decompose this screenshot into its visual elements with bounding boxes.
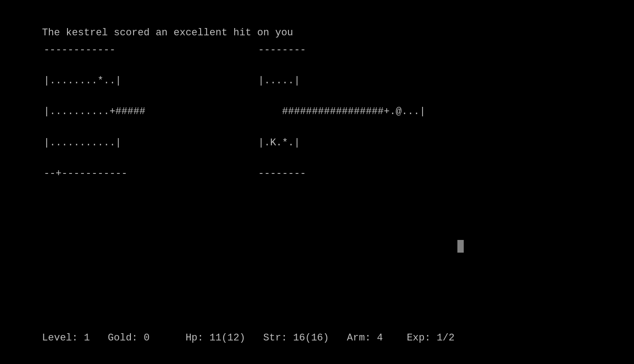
map-left-line2: |........*..| <box>32 73 145 89</box>
map-right-line4: |.K.*.| <box>258 135 426 151</box>
map-area-right: -------- |.....| #################+.@...… <box>258 27 426 212</box>
map-right-line5: -------- <box>258 166 426 182</box>
status-line: Level: 1 Gold: 0 Hp: 11(12) Str: 16(16) … <box>42 332 455 344</box>
game-screen: The kestrel scored an excellent hit on y… <box>0 0 634 364</box>
map-left-line5: --+----------- <box>32 166 145 182</box>
map-left-line4: |...........| <box>32 135 145 151</box>
map-right-line1: -------- <box>258 43 426 58</box>
map-right-line3: #################+.@...| <box>258 104 426 120</box>
status-bar: Level: 1 Gold: 0 Hp: 11(12) Str: 16(16) … <box>18 321 455 355</box>
map-right-line2: |.....| <box>258 73 426 89</box>
map-area-left: ------------ |........*..| |..........+#… <box>32 27 145 212</box>
map-left-line3: |..........+##### <box>32 104 145 120</box>
map-left-line1: ------------ <box>32 43 145 58</box>
cursor <box>457 240 464 253</box>
